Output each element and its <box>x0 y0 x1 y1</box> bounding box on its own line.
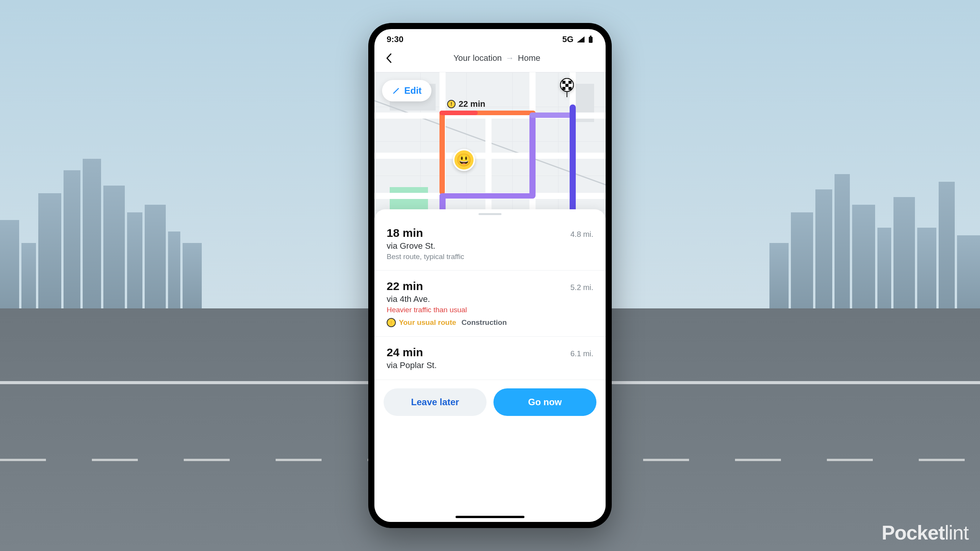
watermark-light: lint <box>945 522 969 544</box>
checkered-flag-icon <box>559 78 575 98</box>
phone-frame: 9:30 5G Your location → Home <box>368 23 612 528</box>
svg-rect-5 <box>568 81 572 84</box>
phone-screen: 9:30 5G Your location → Home <box>374 29 606 522</box>
svg-rect-0 <box>589 37 593 43</box>
route-distance: 5.2 mi. <box>570 283 593 292</box>
route-time-badge: ! 22 min <box>447 99 485 109</box>
usual-route-label: Your usual route <box>399 318 456 327</box>
usual-route-tag: ! Your usual route <box>387 318 456 327</box>
signal-icon <box>577 36 585 43</box>
status-time: 9:30 <box>387 34 403 44</box>
go-now-button[interactable]: Go now <box>493 388 596 416</box>
route-time: 22 min <box>387 280 423 293</box>
route-via: via Poplar St. <box>387 360 593 370</box>
header-from: Your location <box>453 53 501 63</box>
route-warning: Heavier traffic than usual <box>387 306 593 314</box>
header-to: Home <box>518 53 541 63</box>
route-time: 18 min <box>387 227 423 240</box>
watermark: Pocketlint <box>882 521 969 544</box>
battery-icon <box>588 36 593 43</box>
status-network: 5G <box>562 34 573 44</box>
route-option-3[interactable]: 24 min 6.1 mi. via Poplar St. <box>374 337 606 380</box>
route-distance: 4.8 mi. <box>570 230 593 239</box>
hazard-icon: ! <box>387 318 396 327</box>
svg-rect-6 <box>562 84 565 87</box>
pencil-icon <box>392 86 400 95</box>
status-bar: 9:30 5G <box>374 29 606 47</box>
destination-pin[interactable] <box>559 80 575 96</box>
svg-rect-4 <box>565 81 568 84</box>
map-view[interactable]: Edit ! 22 min <box>374 72 606 218</box>
route-header: Your location → Home <box>374 47 606 72</box>
svg-rect-10 <box>565 87 568 90</box>
home-indicator[interactable] <box>456 516 524 518</box>
svg-rect-1 <box>590 36 591 37</box>
construction-tag: Construction <box>462 318 507 327</box>
route-via: via Grove St. <box>387 241 593 251</box>
svg-rect-9 <box>562 87 565 90</box>
current-location-pin[interactable] <box>453 149 475 171</box>
header-title: Your location → Home <box>396 53 598 63</box>
route-time-badge-text: 22 min <box>459 99 485 109</box>
back-button[interactable] <box>382 51 396 65</box>
route-time: 24 min <box>387 346 423 359</box>
watermark-bold: Pocket <box>882 522 945 544</box>
edit-label: Edit <box>404 85 421 96</box>
chevron-left-icon <box>386 53 392 63</box>
arrow-right-icon: → <box>506 53 514 63</box>
route-subtitle: Best route, typical traffic <box>387 253 593 261</box>
svg-rect-11 <box>568 87 572 90</box>
action-row: Leave later Go now <box>374 380 606 427</box>
hazard-icon: ! <box>447 100 456 108</box>
route-option-1[interactable]: 18 min 4.8 mi. via Grove St. Best route,… <box>374 217 606 271</box>
svg-rect-7 <box>565 84 568 87</box>
sheet-handle[interactable] <box>479 213 501 215</box>
route-option-2[interactable]: 22 min 5.2 mi. via 4th Ave. Heavier traf… <box>374 271 606 337</box>
routes-sheet: 18 min 4.8 mi. via Grove St. Best route,… <box>374 209 606 522</box>
svg-rect-3 <box>562 81 565 84</box>
route-distance: 6.1 mi. <box>570 349 593 358</box>
route-via: via 4th Ave. <box>387 294 593 304</box>
edit-route-button[interactable]: Edit <box>382 80 431 101</box>
svg-rect-8 <box>568 84 572 87</box>
leave-later-button[interactable]: Leave later <box>384 388 487 416</box>
